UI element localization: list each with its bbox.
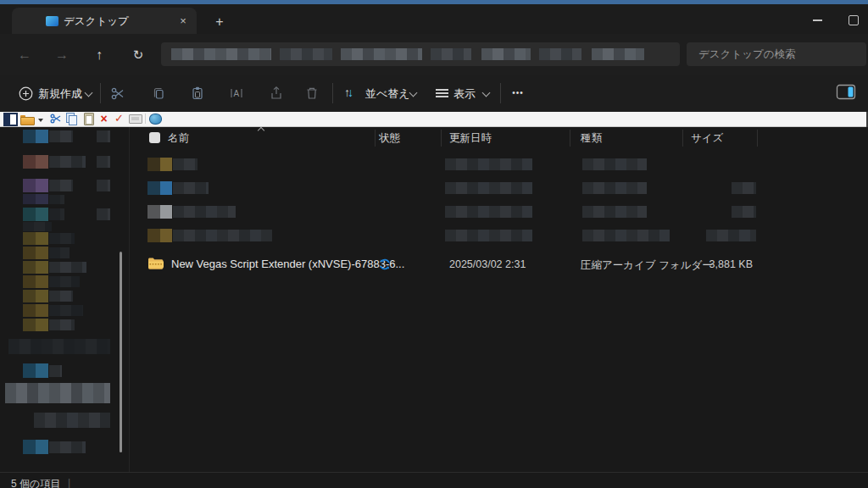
view-button[interactable]: 表示 <box>429 80 495 106</box>
redacted-icon-blur <box>23 290 48 302</box>
sidebar-item-redacted[interactable] <box>3 440 122 455</box>
check-icon: ✓ <box>114 112 124 125</box>
sidebar-item-redacted[interactable] <box>3 208 122 222</box>
tab-close-button[interactable]: × <box>175 13 192 30</box>
sidebar-item-redacted[interactable] <box>34 413 110 428</box>
redacted-label-blur <box>49 233 75 244</box>
zipped-folder-icon <box>147 257 164 270</box>
sidebar-item-redacted[interactable] <box>3 130 122 144</box>
x-mark-icon: × <box>100 112 107 125</box>
column-divider[interactable] <box>570 130 570 147</box>
classic-cut-button[interactable] <box>49 112 63 125</box>
new-tab-button[interactable]: + <box>210 13 229 31</box>
refresh-button[interactable]: ↻ <box>127 44 149 66</box>
file-size: 3,881 KB <box>678 258 753 270</box>
blue-orb-icon <box>149 114 162 125</box>
redacted-date-blur <box>445 182 532 194</box>
tab-desktop[interactable]: デスクトップ × <box>12 8 197 34</box>
classic-mail-button[interactable] <box>128 113 143 125</box>
split-pane-toggle-button[interactable] <box>3 113 16 125</box>
column-header-status[interactable]: 状態 <box>379 131 400 146</box>
details-pane-icon <box>836 84 856 100</box>
redacted-name-blur <box>173 230 272 241</box>
sidebar-item-redacted[interactable] <box>3 319 122 332</box>
search-box[interactable]: デスクトップの検索 <box>687 42 866 66</box>
cut-button[interactable] <box>106 81 130 105</box>
file-row-redacted[interactable] <box>130 202 866 223</box>
sidebar-item-redacted[interactable] <box>3 275 122 289</box>
redacted-size-blur <box>732 182 756 194</box>
column-divider[interactable] <box>375 130 376 147</box>
new-button[interactable]: 新規作成 <box>12 80 97 106</box>
file-row-redacted[interactable] <box>130 155 866 175</box>
back-button[interactable]: ← <box>14 44 36 66</box>
redacted-icon-blur <box>23 194 48 204</box>
toolbar-divider <box>145 114 146 124</box>
delete-button[interactable] <box>300 81 324 105</box>
rename-button[interactable]: A <box>225 81 248 105</box>
file-row-redacted[interactable] <box>130 179 866 199</box>
sidebar-scrollbar-thumb[interactable] <box>120 252 122 452</box>
sidebar-item-redacted[interactable] <box>3 363 122 379</box>
redacted-icon-blur <box>147 181 172 195</box>
classic-paste-button[interactable] <box>83 112 95 125</box>
classic-orb-button[interactable] <box>148 113 162 125</box>
redacted-blur <box>97 208 110 220</box>
envelope-icon <box>129 114 142 124</box>
paste-button[interactable] <box>186 81 209 105</box>
file-row[interactable]: New Vegas Script Extender (xNVSE)-67883-… <box>130 254 866 274</box>
maximize-button[interactable] <box>839 8 868 30</box>
chevron-down-icon <box>482 89 491 97</box>
sidebar-item-redacted[interactable] <box>3 155 122 169</box>
more-options-button[interactable]: ••• <box>505 81 531 105</box>
sidebar-item-redacted[interactable] <box>3 179 122 193</box>
sidebar-item-redacted[interactable] <box>3 261 122 274</box>
paste-icon <box>186 81 209 105</box>
redacted-name-blur <box>173 206 236 218</box>
file-name: New Vegas Script Extender (xNVSE)-67883-… <box>171 258 404 270</box>
select-all-checkbox[interactable] <box>149 132 160 143</box>
folder-icon-body <box>20 117 35 125</box>
classic-delete-button[interactable]: × <box>97 112 111 125</box>
classic-copy-button[interactable] <box>65 113 79 125</box>
minimize-button[interactable] <box>802 8 832 30</box>
file-row-redacted[interactable] <box>130 226 866 247</box>
items-count: 5 個の項目 <box>11 477 60 488</box>
redacted-label-blur <box>49 247 70 258</box>
redacted-type-blur <box>582 206 647 218</box>
sidebar-item-redacted[interactable] <box>3 290 122 303</box>
sidebar-item-redacted[interactable] <box>3 194 122 206</box>
redacted-blur <box>8 339 110 354</box>
folder-dropdown-button[interactable] <box>20 113 44 125</box>
redacted-icon-blur <box>23 232 48 245</box>
column-divider[interactable] <box>682 130 683 147</box>
sidebar-item-redacted[interactable] <box>3 247 122 260</box>
column-header-name[interactable]: 名前 <box>168 131 189 146</box>
sidebar-item-redacted[interactable] <box>3 304 122 318</box>
sidebar-item-redacted[interactable] <box>23 222 52 231</box>
redacted-size-blur <box>732 206 756 218</box>
column-divider[interactable] <box>757 130 758 147</box>
up-button[interactable]: ↑ <box>88 44 110 66</box>
sidebar-item-redacted[interactable] <box>5 383 110 403</box>
redacted-icon-blur <box>147 158 172 171</box>
sidebar-item-redacted[interactable] <box>3 232 122 246</box>
column-header-row: 名前 状態 更新日時 種類 サイズ <box>130 127 866 149</box>
redacted-label-blur <box>49 180 73 191</box>
copy-button[interactable] <box>146 81 170 105</box>
classic-apply-button[interactable]: ✓ <box>112 112 126 125</box>
forward-button[interactable]: → <box>51 44 73 66</box>
share-button[interactable] <box>264 81 288 105</box>
details-pane-toggle-button[interactable] <box>836 82 861 104</box>
redacted-label-blur <box>49 208 64 220</box>
redacted-path-blur <box>592 48 644 60</box>
sort-button[interactable]: ↑↓ 並べ替え <box>339 80 420 106</box>
rename-icon: A <box>225 81 248 105</box>
address-bar[interactable] <box>161 42 680 66</box>
column-divider[interactable] <box>441 130 442 147</box>
redacted-blur <box>97 130 110 142</box>
sort-button-label: 並べ替え <box>365 86 410 102</box>
column-header-size[interactable]: サイズ <box>691 131 723 146</box>
column-header-modified[interactable]: 更新日時 <box>449 131 492 146</box>
column-header-type[interactable]: 種類 <box>581 131 602 146</box>
